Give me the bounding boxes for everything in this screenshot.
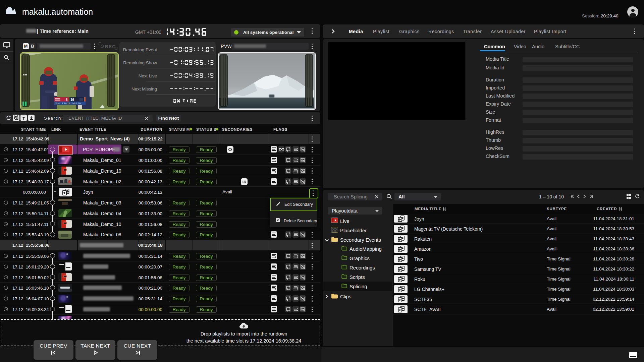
svg-text:REC: REC: [105, 44, 116, 49]
